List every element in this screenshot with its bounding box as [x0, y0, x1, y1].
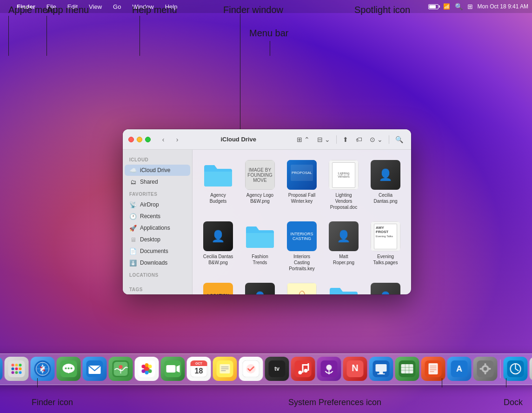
- file-item-talent[interactable]: Talent Deck: [326, 280, 362, 294]
- dock-appstore-icon[interactable]: A: [447, 357, 472, 381]
- dock-podcasts-icon[interactable]: [317, 357, 341, 381]
- spotlight-icon[interactable]: 🔍: [455, 3, 463, 10]
- svg-point-6: [12, 364, 14, 366]
- file-item-cecilia-bw[interactable]: 👤 Cecilia Dantas B&W.png: [200, 219, 236, 274]
- dock-mail-icon[interactable]: [83, 357, 107, 381]
- sidebar-item-airdrop[interactable]: 📡 AirDrop: [125, 199, 190, 210]
- dock-messages-icon[interactable]: [57, 357, 81, 381]
- file-item-agency-budgets[interactable]: Agency Budgets: [200, 157, 236, 213]
- file-item-evening[interactable]: AMY FROST Evening Talks Evening Talks.pa…: [367, 219, 404, 274]
- go-menu-item[interactable]: Go: [111, 2, 123, 11]
- dock-annotation: Dock: [504, 398, 523, 407]
- file-item-locations[interactable]: LOCATION NOTES Locations Notes.key: [200, 280, 236, 294]
- dock-music-icon[interactable]: [291, 357, 315, 381]
- dock-numbers-icon[interactable]: [395, 357, 419, 381]
- toolbar-separator: [336, 135, 337, 144]
- file-item-fashion[interactable]: Fashion Trends: [242, 219, 278, 274]
- shared-icon: 🗂: [129, 178, 137, 186]
- file-item-proposal[interactable]: PROPOSAL Proposal Fall Winter.key: [284, 157, 320, 213]
- svg-text:A: A: [456, 364, 462, 373]
- svg-point-37: [148, 369, 152, 373]
- apple-menu-item[interactable]: [4, 6, 7, 7]
- file-thumb: 👤: [329, 221, 359, 251]
- more-button[interactable]: ⊙ ⌄: [367, 134, 385, 145]
- sys-prefs-line: [442, 378, 442, 387]
- file-item-agency-logo[interactable]: IMAGE BY FOUNDING MOVE Agency Logo B&W.p…: [242, 157, 278, 213]
- file-item-tote[interactable]: 👜 Tote Bag.jpg: [284, 280, 320, 294]
- sidebar-item-icloud-drive[interactable]: ☁️ iCloud Drive: [125, 165, 190, 176]
- dock-reminders-icon[interactable]: [239, 357, 263, 381]
- file-item-lighting[interactable]: Lighting Vendors Lighting Vendors Propos…: [326, 157, 362, 213]
- file-thumb: LOCATION NOTES: [203, 283, 233, 294]
- dock-launchpad-icon[interactable]: [5, 357, 29, 381]
- tag-button[interactable]: 🏷: [353, 134, 365, 145]
- svg-point-60: [304, 369, 308, 373]
- file-label: Cecilia Dantas.png: [370, 192, 401, 204]
- finder-icon-annotation: Finder icon: [32, 398, 73, 407]
- sidebar-item-label: Documents: [140, 248, 168, 254]
- file-thumb: Lighting Vendors: [329, 160, 359, 190]
- back-button[interactable]: ‹: [158, 134, 168, 145]
- dock-safari-icon[interactable]: [31, 357, 55, 381]
- sidebar-item-recents[interactable]: 🕐 Recents: [125, 211, 190, 222]
- sidebar-item-label: Desktop: [140, 236, 160, 243]
- dock-maps-icon[interactable]: [109, 357, 133, 381]
- clock: Mon Oct 18 9:41 AM: [478, 3, 528, 10]
- dock-container: OCT 18 tv: [0, 353, 532, 385]
- app-menu-annotation: App menu: [47, 5, 89, 15]
- forward-button[interactable]: ›: [172, 134, 182, 145]
- svg-point-36: [148, 365, 152, 368]
- view-grid-button[interactable]: ⊞ ⌃: [294, 134, 312, 145]
- dock-facetime-icon[interactable]: [161, 357, 185, 381]
- file-thumb: [245, 221, 275, 251]
- sidebar-tags-label: Tags: [123, 283, 192, 294]
- dock-photos-icon[interactable]: [135, 357, 159, 381]
- sidebar-item-shared[interactable]: 🗂 Shared: [125, 176, 190, 187]
- applications-icon: 🚀: [129, 224, 137, 232]
- file-item-abby[interactable]: 👤 Abby.png: [242, 280, 278, 294]
- file-item-interiors[interactable]: INTERIORS CASTING Interiors Casting Port…: [284, 219, 320, 274]
- file-item-matt[interactable]: 👤 Matt Roper.png: [326, 219, 362, 274]
- close-button[interactable]: [128, 137, 134, 142]
- dock-notes-icon[interactable]: [213, 357, 237, 381]
- sidebar-item-label: iCloud Drive: [140, 167, 170, 173]
- menu-bar-line: [270, 41, 270, 56]
- dock-screentime-icon[interactable]: [504, 357, 528, 381]
- wifi-icon: 📶: [443, 3, 450, 10]
- minimize-button[interactable]: [137, 137, 142, 142]
- sidebar-item-documents[interactable]: 📄 Documents: [125, 246, 190, 257]
- svg-point-27: [71, 367, 73, 369]
- dock-pages-icon[interactable]: [421, 357, 446, 381]
- traffic-lights: [128, 137, 151, 142]
- sidebar-item-desktop[interactable]: 🖥 Desktop: [125, 234, 190, 245]
- share-button[interactable]: ⬆: [340, 134, 351, 145]
- apple-menu-line: [8, 16, 9, 56]
- dock-system-preferences-icon[interactable]: [473, 357, 498, 381]
- sidebar-item-downloads[interactable]: ⬇️ Downloads: [125, 257, 190, 268]
- svg-rect-42: [166, 365, 176, 373]
- file-item-vera[interactable]: 👤 Vera San.png: [367, 280, 404, 294]
- dock-calendar-icon[interactable]: OCT 18: [187, 357, 211, 381]
- view-menu-item[interactable]: View: [87, 2, 104, 11]
- file-thumb: 👤: [371, 283, 400, 294]
- svg-point-14: [19, 371, 22, 374]
- file-label: Matt Roper.png: [328, 253, 359, 266]
- dock-trash-icon[interactable]: [530, 357, 532, 381]
- svg-rect-80: [429, 363, 438, 374]
- control-center-icon[interactable]: ⊞: [467, 3, 473, 10]
- maximize-button[interactable]: [145, 137, 151, 142]
- search-button[interactable]: 🔍: [393, 134, 406, 145]
- file-thumb: INTERIORS CASTING: [287, 221, 317, 251]
- file-thumb: 👜: [287, 283, 317, 294]
- dock-finder-icon[interactable]: [0, 357, 3, 381]
- dock-keynote-icon[interactable]: [369, 357, 393, 381]
- file-item-cecilia[interactable]: 👤 Cecilia Dantas.png: [367, 157, 404, 213]
- svg-point-40: [142, 365, 146, 368]
- dock-news-icon[interactable]: N: [343, 357, 367, 381]
- svg-text:N: N: [352, 363, 358, 373]
- dock-appletv-icon[interactable]: tv: [265, 357, 289, 381]
- battery-status: [428, 4, 439, 9]
- svg-rect-90: [485, 363, 486, 366]
- view-group-button[interactable]: ⊟ ⌄: [315, 134, 332, 145]
- sidebar-item-applications[interactable]: 🚀 Applications: [125, 222, 190, 233]
